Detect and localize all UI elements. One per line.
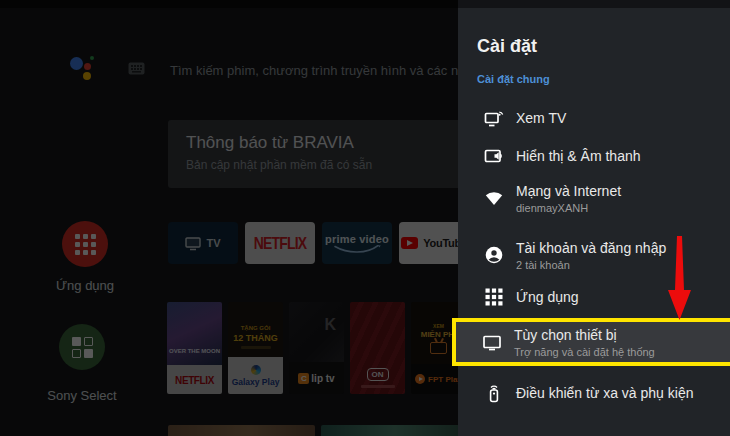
settings-item-display-sound[interactable]: Hiển thị & Âm thanh: [484, 144, 720, 168]
settings-panel: Cài đặt Cài đặt chung Xem TV: [458, 0, 730, 436]
live-tv-icon: [484, 108, 504, 128]
section-header: Cài đặt chung: [477, 73, 550, 85]
top-letterbox: [0, 0, 730, 8]
account-icon: [484, 245, 504, 265]
settings-item-xem-tv[interactable]: Xem TV: [484, 106, 720, 130]
remote-icon: [484, 383, 504, 403]
settings-item-device-preferences[interactable]: Tùy chọn thiết bị Trợ năng và cài đặt hệ…: [482, 322, 722, 362]
red-arrow-annotation: [660, 236, 700, 320]
settings-item-network[interactable]: Mạng và Internet dienmayXANH: [484, 179, 720, 217]
device-monitor-icon: [482, 332, 502, 352]
apps-grid-icon: [484, 287, 504, 307]
screen: Tìm kiếm phim, chương trình truyền hình …: [0, 0, 730, 436]
dim-overlay: [0, 0, 458, 436]
display-sound-icon: [484, 146, 504, 166]
settings-item-remotes-accessories[interactable]: Điều khiển từ xa và phụ kiện: [484, 381, 720, 405]
settings-item-device-preferences-highlighted[interactable]: Tùy chọn thiết bị Trợ năng và cài đặt hệ…: [452, 318, 730, 366]
panel-title: Cài đặt: [477, 36, 537, 57]
wifi-icon: [484, 188, 504, 208]
